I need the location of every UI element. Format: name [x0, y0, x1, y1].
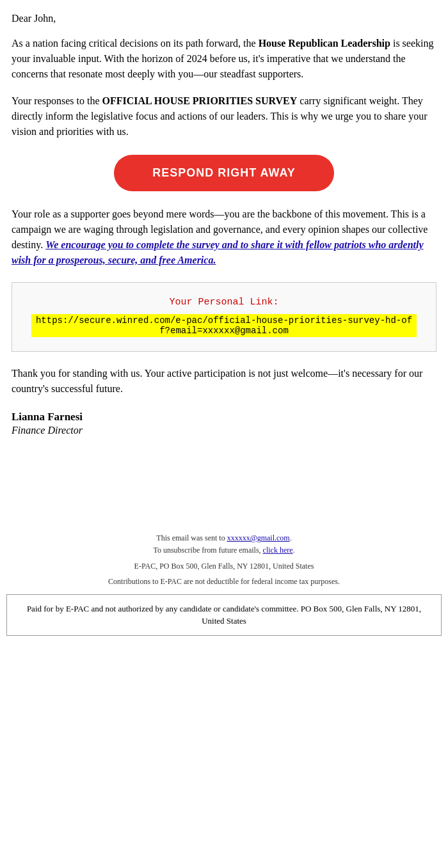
para1-text-before-bold: As a nation facing critical decisions on…: [12, 38, 259, 49]
footer-email-link[interactable]: xxxxxx@gmail.com: [227, 533, 290, 542]
para2-bold: OFFICIAL HOUSE PRIORITIES SURVEY: [102, 95, 297, 106]
footer-address: E-PAC, PO Box 500, Glen Falls, NY 12801,…: [13, 560, 435, 572]
para4: Thank you for standing with us. Your act…: [12, 366, 436, 397]
footer: This email was sent to xxxxxx@gmail.com.…: [0, 526, 448, 588]
paid-for-text: Paid for by E-PAC and not authorized by …: [27, 604, 421, 626]
footer-contributions-disclaimer: Contributions to E-PAC are not deductibl…: [13, 576, 435, 588]
respond-button[interactable]: RESPOND RIGHT AWAY: [114, 155, 334, 191]
signature-title: Finance Director: [12, 425, 436, 436]
greeting: Dear John,: [12, 13, 436, 24]
email-body: Dear John, As a nation facing critical d…: [0, 0, 448, 526]
paid-for-box: Paid for by E-PAC and not authorized by …: [6, 594, 442, 636]
signature-name: Lianna Farnesi: [12, 411, 436, 423]
para1-bold: House Republican Leadership: [259, 38, 390, 49]
unsubscribe-link[interactable]: click here: [263, 546, 293, 555]
personal-link-box: Your Personal Link: https://secure.winre…: [12, 282, 436, 352]
footer-sent-to-prefix: This email was sent to: [156, 533, 227, 542]
footer-unsubscribe-prefix: To unsubscribe from future emails,: [153, 546, 262, 555]
para2-text-before-bold: Your responses to the: [12, 95, 102, 106]
para2: Your responses to the OFFICIAL HOUSE PRI…: [12, 93, 436, 139]
para1: As a nation facing critical decisions on…: [12, 36, 436, 82]
para3: Your role as a supporter goes beyond mer…: [12, 207, 436, 268]
footer-sent-to: This email was sent to xxxxxx@gmail.com.: [13, 532, 435, 544]
signature: Lianna Farnesi Finance Director: [12, 411, 436, 436]
cta-container: RESPOND RIGHT AWAY: [12, 155, 436, 191]
spacer: [12, 443, 436, 519]
footer-unsubscribe: To unsubscribe from future emails, click…: [13, 544, 435, 556]
survey-link[interactable]: We encourage you to complete the survey …: [12, 239, 424, 265]
personal-link-url[interactable]: https://secure.winred.com/e-pac/official…: [31, 314, 417, 337]
personal-link-label: Your Personal Link:: [31, 297, 417, 308]
